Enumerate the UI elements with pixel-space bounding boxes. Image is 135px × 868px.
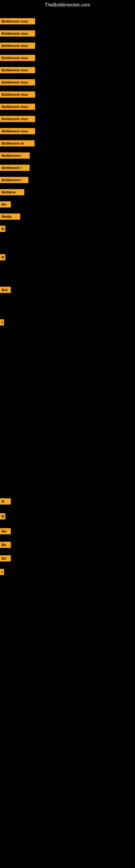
bottleneck-result-item[interactable]: Bottleneck r [0, 152, 30, 159]
bottleneck-result-item[interactable]: Bottleneck resu [0, 55, 35, 61]
bottleneck-result-item[interactable]: Bottleneck resu [0, 18, 35, 24]
bottleneck-result-item[interactable]: Bottle [0, 214, 20, 220]
bottleneck-result-item[interactable]: Bottleneck resu [0, 116, 35, 122]
bottleneck-result-item[interactable]: B [0, 226, 5, 232]
bottleneck-result-item[interactable]: Bottleneck re [0, 140, 35, 147]
bottleneck-result-item[interactable]: Bo [0, 555, 11, 561]
bottleneck-result-item[interactable]: Bottleneck resu [0, 30, 35, 37]
bottleneck-result-item[interactable]: Bottleneck r [0, 177, 28, 183]
bottleneck-result-item[interactable]: Bo [0, 542, 11, 548]
bottleneck-result-item[interactable]: Bo [0, 528, 11, 534]
bottleneck-result-item[interactable]: B [0, 513, 5, 520]
site-title: TheBottlenecker.com [0, 0, 135, 10]
bottleneck-result-item[interactable]: Bottlene [0, 189, 24, 195]
bottleneck-result-item[interactable]: Bottleneck resu [0, 79, 35, 86]
bottleneck-result-item[interactable]: B [0, 498, 11, 504]
bottleneck-result-item[interactable]: Bot [0, 287, 11, 293]
bottleneck-result-item[interactable]: Bottleneck resu [0, 91, 35, 98]
bottleneck-result-item[interactable]: Bottleneck resu [0, 104, 35, 110]
bottleneck-result-item[interactable]: l [0, 569, 4, 575]
bottleneck-result-item[interactable]: Bottleneck resu [0, 128, 35, 134]
bottleneck-result-item[interactable]: B [0, 254, 5, 260]
bottleneck-result-item[interactable]: l [0, 319, 4, 326]
bottleneck-result-item[interactable]: Bottleneck resu [0, 42, 35, 49]
bottleneck-result-item[interactable]: Bo [0, 201, 11, 208]
bottleneck-result-item[interactable]: Bottleneck r [0, 165, 30, 171]
bottleneck-result-item[interactable]: Bottleneck resu [0, 67, 35, 73]
